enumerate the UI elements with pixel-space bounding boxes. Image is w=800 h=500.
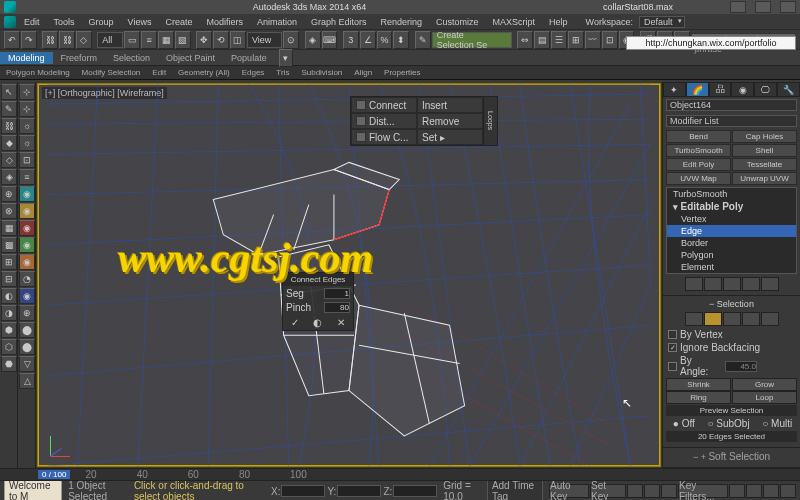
layer-h-icon[interactable]: ◉ bbox=[19, 203, 35, 219]
subobj-edge-icon[interactable] bbox=[704, 312, 722, 326]
pivot-button[interactable]: ⊙ bbox=[283, 31, 299, 49]
tool-g-icon[interactable]: ▩ bbox=[1, 237, 17, 253]
angle-snap-button[interactable]: ∠ bbox=[360, 31, 376, 49]
caddy-cancel-button[interactable]: ✕ bbox=[330, 315, 353, 330]
quad-connect[interactable]: Connect bbox=[351, 97, 417, 113]
menu-rendering[interactable]: Rendering bbox=[375, 16, 429, 28]
display-tab-icon[interactable]: 🖵 bbox=[754, 82, 777, 97]
percent-snap-button[interactable]: % bbox=[377, 31, 393, 49]
ribbon-panel-modifysel[interactable]: Modify Selection bbox=[76, 67, 147, 78]
unlink-button[interactable]: ⛓ bbox=[59, 31, 75, 49]
graphite-button[interactable]: ⊞ bbox=[568, 31, 584, 49]
selection-rollout-header[interactable]: Selection bbox=[666, 298, 797, 310]
play-next-icon[interactable] bbox=[661, 484, 677, 498]
layer-a-icon[interactable]: ⊹ bbox=[19, 84, 35, 100]
named-selection-set[interactable]: Create Selection Se bbox=[432, 32, 512, 48]
mod-tessellate[interactable]: Tessellate bbox=[732, 158, 797, 171]
keymode-button[interactable]: ⌨ bbox=[322, 31, 338, 49]
stack-turbosmooth[interactable]: TurboSmooth bbox=[667, 188, 796, 200]
script-listener[interactable]: Welcome to M bbox=[4, 478, 62, 500]
preview-subobj-radio[interactable]: SubObj bbox=[716, 418, 749, 429]
nav-max-icon[interactable] bbox=[780, 484, 796, 498]
quad-remove[interactable]: Remove bbox=[417, 113, 483, 129]
motion-tab-icon[interactable]: ◉ bbox=[731, 82, 754, 97]
byangle-input[interactable] bbox=[725, 361, 757, 372]
tool-i-icon[interactable]: ⊟ bbox=[1, 271, 17, 287]
quad-set[interactable]: Set ▸ bbox=[417, 129, 483, 145]
menu-maxscript[interactable]: MAXScript bbox=[487, 16, 542, 28]
byvertex-checkbox[interactable] bbox=[668, 330, 677, 339]
tool-b-icon[interactable]: ◇ bbox=[1, 152, 17, 168]
ribbon-panel-edit[interactable]: Edit bbox=[146, 67, 172, 78]
transform-x-input[interactable] bbox=[281, 485, 325, 497]
ribbon-tab-objectpaint[interactable]: Object Paint bbox=[158, 52, 223, 64]
tool-a-icon[interactable]: ◆ bbox=[1, 135, 17, 151]
schematic-button[interactable]: ⊡ bbox=[602, 31, 618, 49]
menu-help[interactable]: Help bbox=[543, 16, 574, 28]
named-sel-edit-button[interactable]: ✎ bbox=[415, 31, 431, 49]
menu-animation[interactable]: Animation bbox=[251, 16, 303, 28]
layer-i-icon[interactable]: ◉ bbox=[19, 220, 35, 236]
layer-r-icon[interactable]: △ bbox=[19, 373, 35, 389]
menu-grapheditors[interactable]: Graph Editors bbox=[305, 16, 373, 28]
ribbon-panel-align[interactable]: Align bbox=[348, 67, 378, 78]
align-button[interactable]: ▤ bbox=[534, 31, 550, 49]
layer-f-icon[interactable]: ≡ bbox=[19, 169, 35, 185]
quad-loops-tab[interactable]: Loops bbox=[483, 97, 497, 145]
quad-insert[interactable]: Insert bbox=[417, 97, 483, 113]
minimize-button[interactable] bbox=[730, 1, 746, 13]
keyfilters-button[interactable]: Key Filters... bbox=[678, 484, 728, 498]
menu-edit[interactable]: Edit bbox=[18, 16, 46, 28]
close-button[interactable] bbox=[780, 1, 796, 13]
stack-vertex[interactable]: Vertex bbox=[667, 213, 796, 225]
tool-k-icon[interactable]: ◑ bbox=[1, 305, 17, 321]
nav-pan-icon[interactable] bbox=[729, 484, 745, 498]
ribbon-panel-subdivision[interactable]: Subdivision bbox=[295, 67, 348, 78]
quad-dist[interactable]: Dist... bbox=[351, 113, 417, 129]
autokey-button[interactable]: Auto Key bbox=[549, 484, 589, 498]
viewport[interactable]: [+] [Orthographic] [Wireframe] bbox=[37, 83, 661, 467]
time-slider[interactable]: 0 / 100 bbox=[38, 470, 70, 479]
ring-button[interactable]: Ring bbox=[666, 391, 731, 404]
tool-j-icon[interactable]: ◐ bbox=[1, 288, 17, 304]
show-end-icon[interactable] bbox=[704, 277, 722, 291]
layer-e-icon[interactable]: ⊡ bbox=[19, 152, 35, 168]
move-button[interactable]: ✥ bbox=[196, 31, 212, 49]
caddy-apply-button[interactable]: ◐ bbox=[306, 315, 329, 330]
mod-editpoly[interactable]: Edit Poly bbox=[666, 158, 731, 171]
tool-m-icon[interactable]: ⬡ bbox=[1, 339, 17, 355]
ribbon-minimize-button[interactable]: ▾ bbox=[279, 49, 293, 67]
selection-filter[interactable]: All bbox=[97, 32, 123, 48]
link-button[interactable]: ⛓ bbox=[42, 31, 58, 49]
ref-coord-select[interactable]: View bbox=[247, 32, 282, 48]
layer-g-icon[interactable]: ◉ bbox=[19, 186, 35, 202]
mod-shell[interactable]: Shell bbox=[732, 144, 797, 157]
snap-button[interactable]: 3 bbox=[343, 31, 359, 49]
nav-zoom-icon[interactable] bbox=[746, 484, 762, 498]
ribbon-panel-properties[interactable]: Properties bbox=[378, 67, 426, 78]
mod-turbosmooth[interactable]: TurboSmooth bbox=[666, 144, 731, 157]
rotate-button[interactable]: ⟲ bbox=[213, 31, 229, 49]
setkey-button[interactable]: Set Key bbox=[590, 484, 626, 498]
add-timetag-button[interactable]: Add Time Tag bbox=[487, 478, 543, 500]
create-tab-icon[interactable]: ✦ bbox=[663, 82, 686, 97]
object-name-field[interactable]: Object164 bbox=[666, 99, 797, 111]
subobj-border-icon[interactable] bbox=[723, 312, 741, 326]
mod-bend[interactable]: Bend bbox=[666, 130, 731, 143]
tool-n-icon[interactable]: ⬣ bbox=[1, 356, 17, 372]
layer-p-icon[interactable]: ⬤ bbox=[19, 339, 35, 355]
curve-editor-button[interactable]: 〰 bbox=[585, 31, 601, 49]
subobj-polygon-icon[interactable] bbox=[742, 312, 760, 326]
unique-icon[interactable] bbox=[723, 277, 741, 291]
transform-z-input[interactable] bbox=[393, 485, 437, 497]
redo-button[interactable]: ↷ bbox=[21, 31, 37, 49]
app-menu-icon[interactable] bbox=[4, 16, 16, 28]
undo-button[interactable]: ↶ bbox=[4, 31, 20, 49]
bind-button[interactable]: ◇ bbox=[76, 31, 92, 49]
preview-off-radio[interactable]: Off bbox=[682, 418, 695, 429]
spinner-snap-button[interactable]: ⬍ bbox=[393, 31, 409, 49]
timeline[interactable]: 0 / 100 0 20 40 60 80 100 bbox=[0, 469, 800, 481]
tool-l-icon[interactable]: ⬢ bbox=[1, 322, 17, 338]
tool-c-icon[interactable]: ◈ bbox=[1, 169, 17, 185]
menu-modifiers[interactable]: Modifiers bbox=[200, 16, 249, 28]
